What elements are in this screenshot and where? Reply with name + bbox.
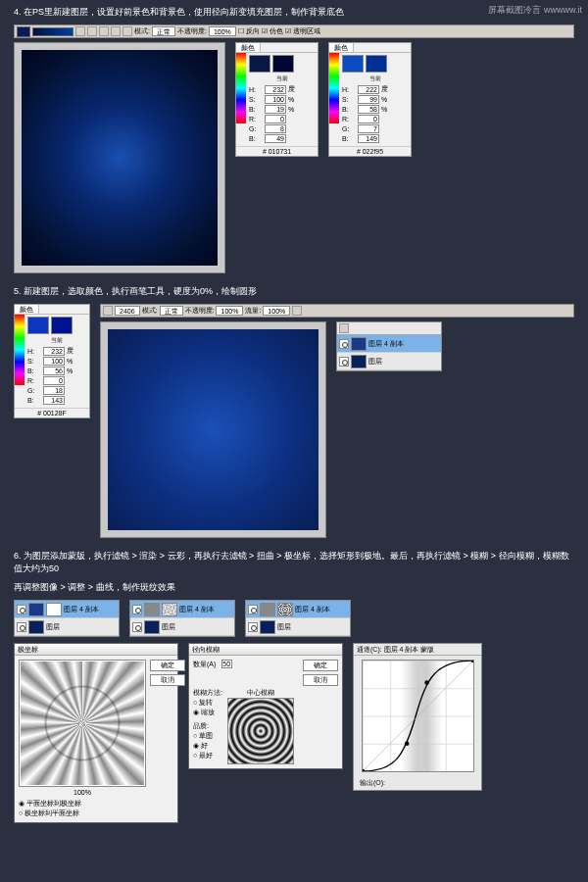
hex-value[interactable]: # 010731	[236, 146, 318, 156]
eye-b1[interactable]	[132, 605, 142, 614]
layer-name1: 图层 4 副本	[368, 339, 404, 349]
color-tab3[interactable]: 颜色	[15, 305, 39, 314]
gradient-type-diamond-icon[interactable]	[122, 26, 132, 36]
ok-button[interactable]: 确定	[150, 660, 185, 671]
layers-icon[interactable]	[339, 323, 349, 333]
dither-check[interactable]: ☑	[262, 27, 268, 35]
mode-label: 模式:	[134, 26, 150, 36]
color-tab[interactable]: 颜色	[236, 43, 261, 52]
polar-preview	[19, 660, 146, 787]
lrow-a2[interactable]: 图层	[15, 618, 119, 636]
hue-strip[interactable]	[236, 53, 246, 123]
r-in3[interactable]: 0	[43, 376, 65, 385]
g-input[interactable]: 8	[265, 124, 286, 133]
b-in3[interactable]: 56	[43, 367, 65, 375]
g-in3[interactable]: 18	[43, 386, 65, 395]
deg-unit: 度	[288, 84, 298, 94]
brush-toolbar[interactable]: 2406 模式: 正常 不透明度: 100% 流量: 100%	[100, 304, 574, 318]
radial-preview[interactable]	[227, 698, 294, 764]
h2: H:	[342, 86, 354, 93]
amount-input[interactable]: 50	[221, 660, 232, 668]
h-input[interactable]: 232	[265, 85, 286, 94]
color-picker-2[interactable]: 颜色 当前 H:222度 S:99% B:58% R:0 G:7 B:149 #…	[328, 42, 412, 157]
s-input2[interactable]: 99	[358, 95, 379, 104]
hex-value3[interactable]: # 00128F	[15, 408, 89, 417]
gradient-toolbar[interactable]: 模式: 正常 不透明度: 100% ☐反向 ☑仿色 ☑透明区域	[14, 24, 574, 38]
eye-a2[interactable]	[17, 622, 26, 632]
s-input[interactable]: 100	[265, 95, 286, 104]
opacity-label: 不透明度:	[177, 26, 207, 36]
curves-grid[interactable]	[362, 660, 474, 772]
fg-bg-swatch[interactable]	[17, 26, 30, 37]
eye-icon2[interactable]	[339, 357, 349, 367]
lrow-b2[interactable]: 图层	[130, 618, 234, 636]
bb-label: B:	[249, 135, 261, 142]
color-picker-3[interactable]: 颜色 当前 H:232度 S:100% B:56% R:0 G:18 B:143…	[14, 304, 90, 418]
layers-panel-c[interactable]: 图层 4 副本 图层	[245, 600, 351, 637]
opacity-dropdown[interactable]: 100%	[209, 26, 236, 36]
hue-strip2[interactable]	[329, 53, 339, 123]
gradient-type-linear-icon[interactable]	[75, 26, 85, 36]
gradient-type-angle-icon[interactable]	[99, 26, 109, 36]
cancel-button[interactable]: 取消	[150, 674, 185, 686]
airbrush-icon[interactable]	[292, 306, 302, 316]
curves-panel[interactable]: 通道(C): 图层 4 副本 蒙版 输出(O):	[353, 643, 482, 791]
bb-input2[interactable]: 149	[358, 134, 379, 143]
bb-input[interactable]: 49	[265, 134, 286, 143]
brush-icon[interactable]	[103, 306, 113, 316]
step-6: 6. 为图层添加蒙版，执行滤镜 > 渲染 > 云彩，再执行去滤镜 > 扭曲 > …	[14, 550, 574, 823]
mode-dd2[interactable]: 正常	[160, 306, 183, 316]
mode-dropdown[interactable]: 正常	[152, 26, 175, 36]
curve-line[interactable]	[363, 661, 473, 771]
r-input2[interactable]: 0	[358, 115, 379, 123]
b-input[interactable]: 19	[265, 105, 286, 114]
r-input[interactable]: 0	[265, 115, 286, 123]
h-in3[interactable]: 232	[43, 347, 65, 356]
b-input2[interactable]: 58	[358, 105, 379, 114]
gradient-type-reflected-icon[interactable]	[111, 26, 121, 36]
th-b2	[144, 620, 160, 634]
flow-dd[interactable]: 100%	[263, 306, 290, 316]
radial-blur-dialog[interactable]: 径向模糊 数量(A) 50 确定 取消 模糊方法: ○ 旋转	[188, 643, 343, 769]
eye-c2[interactable]	[248, 622, 258, 632]
lrow-b1[interactable]: 图层 4 副本	[130, 601, 234, 618]
q2-radio[interactable]: ◉	[193, 742, 201, 749]
cancel-button2[interactable]: 取消	[303, 674, 338, 686]
s-in3[interactable]: 100	[43, 357, 65, 366]
h-input2[interactable]: 222	[358, 85, 379, 94]
ok-button2[interactable]: 确定	[303, 660, 338, 671]
reverse-check[interactable]: ☐	[238, 27, 244, 35]
lrow-a1[interactable]: 图层 4 副本	[15, 601, 119, 618]
polar-dialog[interactable]: 极坐标 100% ◉ 平面坐标到极坐标 ○ 极坐标到平面坐标 确定 取消	[14, 643, 178, 823]
lrow-c1[interactable]: 图层 4 副本	[246, 601, 350, 618]
opt1-radio[interactable]: ◉	[19, 800, 26, 807]
layer-row-2[interactable]: 图层	[337, 353, 441, 370]
eye-c1[interactable]	[248, 605, 258, 614]
bb-in3[interactable]: 143	[43, 396, 65, 405]
r3: R:	[27, 377, 39, 384]
g-input2[interactable]: 7	[358, 124, 379, 133]
lrow-c2[interactable]: 图层	[246, 618, 350, 636]
gradient-type-radial-icon[interactable]	[87, 26, 97, 36]
th-a2	[28, 620, 44, 634]
layers-panel[interactable]: 图层 4 副本 图层	[336, 321, 442, 371]
layers-panel-a[interactable]: 图层 4 副本 图层	[14, 600, 120, 637]
trans-check[interactable]: ☑	[285, 27, 291, 35]
q1-label: 草图	[199, 732, 213, 739]
hex-value2[interactable]: # 022f95	[329, 146, 411, 156]
gradient-preview[interactable]	[32, 27, 74, 36]
brush-size[interactable]: 2406	[115, 306, 140, 316]
center-label: 中心模糊	[227, 688, 294, 698]
eye-icon[interactable]	[339, 339, 349, 349]
pu3: %	[381, 106, 391, 113]
layers-panel-b[interactable]: 图层 4 副本 图层	[129, 600, 235, 637]
color-picker-1[interactable]: 颜色 当前 H:232度 S:100% B:19% R:0 G:8 B:49 #…	[235, 42, 318, 157]
color-tab2[interactable]: 颜色	[329, 43, 354, 52]
opt1-label: 平面坐标到极坐标	[26, 800, 81, 807]
hue-strip3[interactable]	[15, 315, 24, 385]
m2-radio[interactable]: ◉	[193, 709, 201, 715]
eye-b2[interactable]	[132, 622, 142, 632]
eye-a1[interactable]	[17, 605, 26, 614]
layer-row-1[interactable]: 图层 4 副本	[337, 335, 441, 353]
op-dd2[interactable]: 100%	[216, 306, 243, 316]
